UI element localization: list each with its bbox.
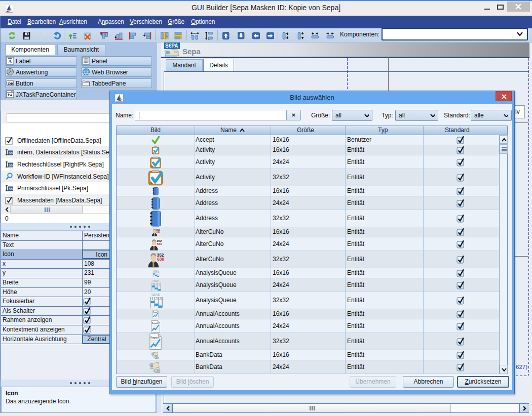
svg-text:S€PA: S€PA xyxy=(165,43,178,49)
svg-text:ab: ab xyxy=(9,187,13,191)
svg-text:Report: Report xyxy=(152,322,159,324)
svg-text:ab: ab xyxy=(9,163,13,167)
svg-text:A: A xyxy=(8,59,12,64)
svg-text:639: 639 xyxy=(157,257,164,262)
svg-text:50: 50 xyxy=(174,50,178,54)
svg-text:3: 3 xyxy=(159,296,162,301)
svg-text:2: 2 xyxy=(156,271,157,274)
svg-text:639: 639 xyxy=(157,242,162,245)
svg-text:1: 1 xyxy=(151,296,154,301)
svg-text:2: 2 xyxy=(155,281,157,286)
svg-text:ab: ab xyxy=(9,151,13,155)
svg-text:2: 2 xyxy=(155,296,158,301)
svg-text:3: 3 xyxy=(158,281,160,286)
svg-text:1: 1 xyxy=(153,281,155,286)
svg-text:Report: Report xyxy=(153,311,158,313)
svg-text:Report: Report xyxy=(150,336,160,339)
svg-text:1: 1 xyxy=(154,271,155,274)
svg-text:639: 639 xyxy=(157,231,160,233)
svg-text:OK: OK xyxy=(8,81,14,86)
svg-text:3: 3 xyxy=(157,271,159,274)
